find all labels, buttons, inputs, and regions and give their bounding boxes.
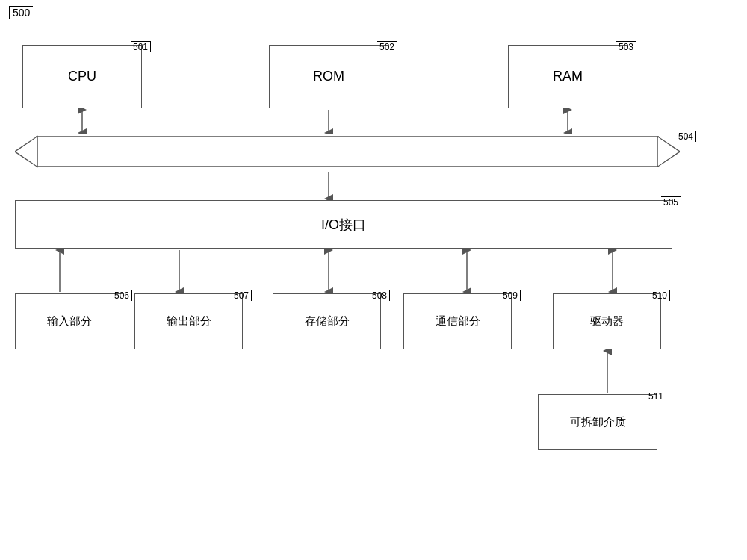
removable-box: 可拆卸介质: [538, 394, 657, 450]
rom-ref: 502: [377, 41, 397, 52]
rom-box: ROM: [269, 45, 388, 108]
comm-label: 通信部分: [436, 314, 480, 329]
input-label: 输入部分: [47, 314, 92, 329]
output-ref: 507: [232, 290, 252, 301]
input-ref: 506: [112, 290, 132, 301]
io-driver-arrow: [605, 249, 620, 293]
io-comm-arrow: [459, 249, 474, 293]
bus-arrow: [15, 133, 680, 170]
bus-io-arrow: [321, 170, 336, 200]
driver-label: 驱动器: [590, 314, 624, 329]
cpu-bus-arrow: [75, 108, 90, 134]
io-ref: 505: [661, 196, 681, 208]
driver-removable-arrow: [600, 349, 615, 394]
driver-ref: 510: [650, 290, 670, 301]
ram-bus-arrow: [560, 108, 575, 134]
output-label: 输出部分: [167, 314, 211, 329]
ram-ref: 503: [616, 41, 636, 52]
storage-ref: 508: [370, 290, 390, 301]
io-label: I/O接口: [321, 216, 366, 234]
removable-label: 可拆卸介质: [570, 415, 626, 429]
output-box: 输出部分: [134, 293, 243, 349]
storage-box: 存储部分: [273, 293, 381, 349]
cpu-box: CPU: [22, 45, 142, 108]
svg-marker-5: [658, 137, 678, 166]
comm-box: 通信部分: [403, 293, 512, 349]
ram-box: RAM: [508, 45, 627, 108]
rom-label: ROM: [313, 69, 344, 84]
storage-label: 存储部分: [305, 314, 350, 329]
ram-label: RAM: [553, 69, 583, 84]
io-storage-arrow: [321, 249, 336, 293]
input-box: 输入部分: [15, 293, 123, 349]
io-box: I/O接口: [15, 200, 672, 249]
io-input-arrow: [52, 249, 67, 293]
driver-box: 驱动器: [553, 293, 661, 349]
cpu-ref: 501: [131, 41, 151, 52]
title-ref: 500: [9, 6, 33, 19]
comm-ref: 509: [500, 290, 521, 301]
cpu-label: CPU: [68, 69, 96, 84]
diagram: 500 CPU 501 ROM 502 RAM 503 504: [0, 0, 747, 560]
svg-marker-4: [16, 137, 37, 166]
io-output-arrow: [172, 249, 187, 293]
removable-ref: 511: [646, 391, 666, 402]
rom-bus-arrow: [321, 108, 336, 134]
